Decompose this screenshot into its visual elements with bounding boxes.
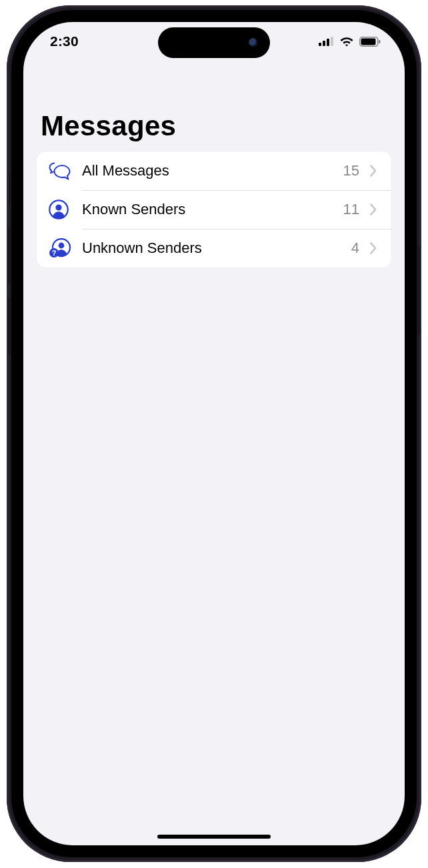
filter-row-all-messages[interactable]: All Messages 15 — [37, 151, 391, 190]
svg-rect-5 — [361, 38, 376, 45]
svg-rect-3 — [331, 37, 333, 46]
person-circle-icon — [49, 199, 74, 220]
phone-bezel: 2:30 — [11, 10, 417, 857]
filter-row-known-senders[interactable]: Known Senders 11 — [37, 190, 391, 229]
home-indicator[interactable] — [157, 835, 271, 839]
filter-label: Known Senders — [82, 201, 343, 218]
messages-bubble-icon — [49, 161, 74, 181]
svg-rect-2 — [327, 39, 329, 46]
wifi-icon — [339, 36, 354, 47]
chevron-right-icon — [366, 203, 381, 215]
svg-rect-1 — [323, 41, 325, 46]
filter-row-unknown-senders[interactable]: ? Unknown Senders 4 — [37, 229, 391, 268]
status-indicators — [319, 36, 381, 47]
filter-count: 11 — [343, 201, 359, 218]
status-bar: 2:30 — [23, 22, 405, 61]
filter-label: Unknown Senders — [82, 240, 351, 257]
screen: 2:30 — [23, 22, 405, 845]
filter-count: 4 — [351, 240, 359, 257]
chevron-right-icon — [366, 242, 381, 254]
svg-text:?: ? — [52, 249, 57, 257]
svg-point-10 — [59, 243, 65, 249]
status-time: 2:30 — [50, 33, 79, 49]
svg-rect-0 — [319, 43, 321, 46]
filter-label: All Messages — [82, 162, 343, 179]
person-question-icon: ? — [49, 238, 74, 258]
chevron-right-icon — [366, 165, 381, 177]
battery-icon — [359, 37, 381, 47]
svg-rect-6 — [379, 40, 381, 43]
cellular-icon — [319, 37, 334, 46]
filter-count: 15 — [343, 162, 359, 179]
filters-list: All Messages 15 — [37, 151, 391, 268]
page-title: Messages — [37, 110, 391, 142]
svg-point-8 — [55, 204, 61, 210]
phone-frame: 2:30 — [7, 5, 421, 862]
